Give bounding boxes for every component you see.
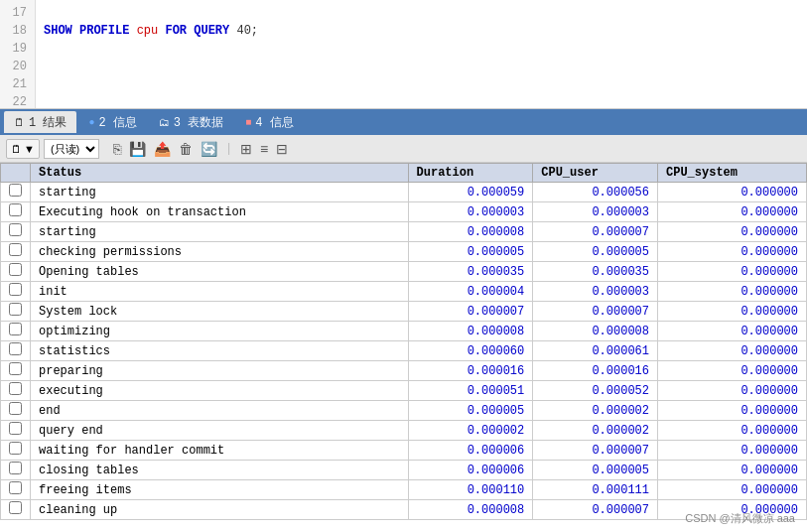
row-checkbox[interactable] <box>1 322 31 341</box>
row-duration: 0.000008 <box>408 500 533 520</box>
tab-table-data[interactable]: 🗂 3 表数据 <box>149 111 233 133</box>
row-checkbox[interactable] <box>1 421 31 441</box>
code-content[interactable]: SHOW PROFILE cpu FOR QUERY 40; <box>36 0 807 108</box>
col-cpu-system[interactable]: CPU_system <box>657 164 806 183</box>
row-cpu-system: 0.000000 <box>657 441 806 461</box>
col-cpu-user[interactable]: CPU_user <box>533 164 658 183</box>
row-duration: 0.000004 <box>408 282 533 302</box>
table-row: query end0.0000020.0000020.000000 <box>1 421 807 441</box>
row-cpu-user: 0.000003 <box>533 282 658 302</box>
row-status: Opening tables <box>31 262 409 282</box>
tab-info2-label: 4 信息 <box>255 114 293 131</box>
row-duration: 0.000008 <box>408 322 533 341</box>
row-checkbox[interactable] <box>1 302 31 322</box>
row-status: statistics <box>31 341 409 361</box>
row-checkbox[interactable] <box>1 202 31 222</box>
row-cpu-system: 0.000000 <box>657 480 806 500</box>
row-checkbox[interactable] <box>1 401 31 421</box>
row-cpu-system: 0.000000 <box>657 262 806 282</box>
row-cpu-system: 0.000000 <box>657 242 806 262</box>
row-checkbox[interactable] <box>1 183 31 202</box>
toolbar-icon-btn[interactable]: 🗒 ▼ <box>6 139 40 159</box>
export-btn[interactable]: 📤 <box>152 141 173 157</box>
code-editor: 17 18 19 20 21 22 SHOW PROFILE cpu FOR Q… <box>0 0 807 109</box>
row-cpu-system: 0.000000 <box>657 282 806 302</box>
row-status: optimizing <box>31 322 409 341</box>
row-status: executing <box>31 381 409 401</box>
tab-results[interactable]: 🗒 1 结果 <box>4 111 76 133</box>
tab-info[interactable]: ● 2 信息 <box>78 111 146 133</box>
row-checkbox[interactable] <box>1 480 31 500</box>
row-duration: 0.000007 <box>408 302 533 322</box>
toolbar-dropdown-icon: ▼ <box>24 143 35 155</box>
tab-info-label: 2 信息 <box>98 114 136 131</box>
table-row: init0.0000040.0000030.000000 <box>1 282 807 302</box>
row-duration: 0.000006 <box>408 461 533 480</box>
row-checkbox[interactable] <box>1 262 31 282</box>
row-duration: 0.000006 <box>408 441 533 461</box>
row-cpu-system: 0.000000 <box>657 401 806 421</box>
tab-table-icon: 🗂 <box>159 116 170 129</box>
tab-info-icon: ● <box>88 117 94 128</box>
row-cpu-user: 0.000002 <box>533 421 658 441</box>
row-cpu-system: 0.000000 <box>657 222 806 242</box>
row-status: waiting for handler commit <box>31 441 409 461</box>
row-cpu-system: 0.000000 <box>657 341 806 361</box>
tab-bar: 🗒 1 结果 ● 2 信息 🗂 3 表数据 ■ 4 信息 <box>0 109 807 135</box>
col-checkbox <box>1 164 31 183</box>
results-table: Status Duration CPU_user CPU_system star… <box>0 163 807 520</box>
row-checkbox[interactable] <box>1 461 31 480</box>
row-status: freeing items <box>31 480 409 500</box>
col-status[interactable]: Status <box>31 164 409 183</box>
row-checkbox[interactable] <box>1 222 31 242</box>
refresh-btn[interactable]: 🔄 <box>199 141 219 157</box>
row-checkbox[interactable] <box>1 282 31 302</box>
table-row: checking permissions0.0000050.0000050.00… <box>1 242 807 262</box>
toolbar-icon1: 🗒 <box>11 143 22 155</box>
row-status: closing tables <box>31 461 409 480</box>
row-status: starting <box>31 222 409 242</box>
row-duration: 0.000008 <box>408 222 533 242</box>
tab-info2[interactable]: ■ 4 信息 <box>235 111 303 133</box>
row-duration: 0.000005 <box>408 401 533 421</box>
row-cpu-user: 0.000007 <box>533 441 658 461</box>
row-cpu-user: 0.000052 <box>533 381 658 401</box>
col-duration[interactable]: Duration <box>408 164 533 183</box>
row-cpu-system: 0.000000 <box>657 202 806 222</box>
row-cpu-user: 0.000002 <box>533 401 658 421</box>
row-status: init <box>31 282 409 302</box>
row-cpu-user: 0.000008 <box>533 322 658 341</box>
table-row: starting0.0000080.0000070.000000 <box>1 222 807 242</box>
table-row: executing0.0000510.0000520.000000 <box>1 381 807 401</box>
toolbar: 🗒 ▼ (只读) ⎘ 💾 📤 🗑 🔄 | ⊞ ≡ ⊟ <box>0 135 807 163</box>
row-checkbox[interactable] <box>1 242 31 262</box>
readonly-select[interactable]: (只读) <box>44 139 99 159</box>
row-checkbox[interactable] <box>1 500 31 520</box>
tab-results-label: 1 结果 <box>29 114 67 131</box>
results-table-container[interactable]: Status Duration CPU_user CPU_system star… <box>0 163 807 532</box>
row-status: System lock <box>31 302 409 322</box>
delete-btn[interactable]: 🗑 <box>177 141 195 157</box>
row-cpu-system: 0.000000 <box>657 461 806 480</box>
table-row: end0.0000050.0000020.000000 <box>1 401 807 421</box>
line-numbers: 17 18 19 20 21 22 <box>0 0 36 108</box>
row-cpu-user: 0.000005 <box>533 461 658 480</box>
grid-view-btn[interactable]: ⊞ <box>238 141 254 157</box>
copy-btn[interactable]: ⎘ <box>111 141 123 157</box>
list-view-btn[interactable]: ≡ <box>258 141 270 157</box>
row-status: query end <box>31 421 409 441</box>
row-cpu-user: 0.000035 <box>533 262 658 282</box>
row-checkbox[interactable] <box>1 441 31 461</box>
row-checkbox[interactable] <box>1 341 31 361</box>
save-btn[interactable]: 💾 <box>127 141 148 157</box>
row-cpu-system: 0.000000 <box>657 361 806 381</box>
row-checkbox[interactable] <box>1 381 31 401</box>
row-duration: 0.000005 <box>408 242 533 262</box>
row-cpu-user: 0.000061 <box>533 341 658 361</box>
row-status: starting <box>31 183 409 202</box>
row-status: checking permissions <box>31 242 409 262</box>
row-duration: 0.000035 <box>408 262 533 282</box>
layout-btn[interactable]: ⊟ <box>274 141 290 157</box>
row-checkbox[interactable] <box>1 361 31 381</box>
row-cpu-user: 0.000007 <box>533 302 658 322</box>
